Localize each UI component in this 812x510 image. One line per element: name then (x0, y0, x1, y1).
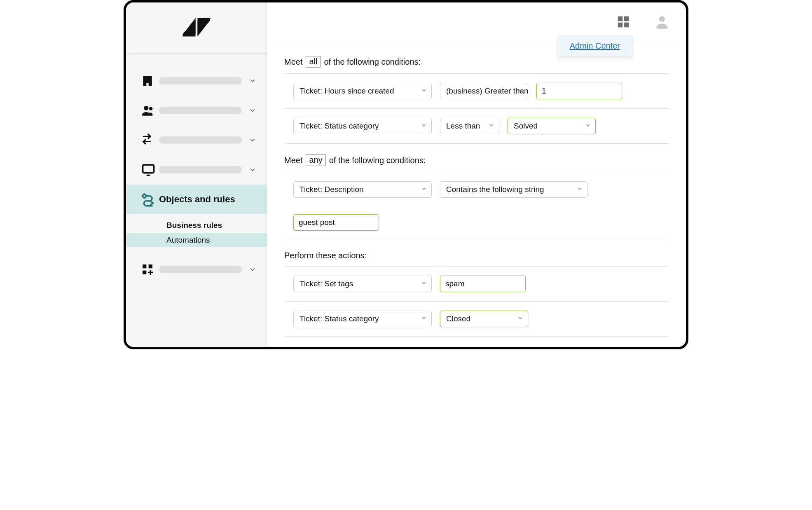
condition-field-select[interactable]: Ticket: Hours since created (293, 83, 432, 99)
action-row-0: Ticket: Set tags (284, 267, 669, 302)
svg-point-0 (144, 106, 148, 110)
svg-rect-9 (624, 16, 629, 21)
meet-all-suffix: of the following conditions: (324, 57, 421, 67)
zendesk-logo-icon (182, 16, 211, 40)
sidebar: Objects and rules Business rules Automat… (126, 2, 267, 347)
subnav-group-business-rules[interactable]: Business rules (126, 218, 267, 233)
monitor-icon (141, 162, 159, 177)
people-icon (141, 103, 159, 117)
meet-any-suffix: of the following conditions: (329, 156, 426, 165)
sidebar-item-1[interactable] (126, 66, 267, 96)
actions-header: Perform these actions: (284, 251, 669, 260)
user-profile-icon[interactable] (653, 13, 671, 31)
action-field-select[interactable]: Ticket: Status category (293, 311, 432, 327)
action-value-select[interactable]: Closed (440, 311, 528, 327)
footer: Create automation (284, 337, 669, 347)
svg-point-3 (147, 174, 150, 176)
sidebar-placeholder (159, 107, 242, 114)
sidebar-placeholder (159, 77, 242, 84)
condition-value-select[interactable]: Solved (508, 118, 596, 134)
sidebar-item-objects-and-rules[interactable]: Objects and rules (126, 185, 267, 214)
meet-all-prefix: Meet (284, 57, 302, 67)
condition-field-select[interactable]: Ticket: Status category (293, 118, 432, 134)
action-field-select[interactable]: Ticket: Set tags (293, 276, 432, 292)
meet-all-header: Meet all of the following conditions: (284, 56, 669, 68)
select-value: Closed (446, 314, 470, 323)
condition-operator-select[interactable]: Less than (440, 118, 499, 134)
building-icon (141, 74, 159, 87)
chevron-down-icon (421, 279, 427, 288)
chevron-down-icon (421, 122, 427, 131)
svg-rect-8 (618, 16, 623, 21)
sidebar-item-3[interactable] (126, 125, 267, 155)
action-value-input[interactable] (440, 276, 526, 292)
content: Meet all of the following conditions: Ti… (267, 41, 686, 347)
svg-rect-10 (618, 22, 623, 27)
meet-any-prefix: Meet (284, 156, 302, 165)
meet-all-badge: all (306, 56, 321, 68)
subnav-item-automations[interactable]: Automations (126, 233, 267, 247)
chevron-down-icon (517, 87, 524, 96)
sidebar-item-label: Objects and rules (159, 194, 257, 205)
sidebar-item-2[interactable] (126, 96, 267, 125)
svg-rect-5 (143, 264, 146, 268)
condition-value-input[interactable] (536, 83, 622, 99)
sidebar-placeholder (159, 266, 242, 273)
chevron-down-icon (248, 264, 257, 274)
chevron-down-icon (248, 76, 257, 86)
sidebar-nav: Objects and rules Business rules Automat… (126, 54, 267, 284)
logo-area (126, 2, 267, 54)
chevron-down-icon (421, 185, 427, 194)
meet-any-badge: any (306, 154, 325, 166)
select-value: Less than (446, 122, 480, 131)
chevron-down-icon (585, 122, 591, 131)
sidebar-subnav: Business rules Automations (126, 214, 267, 255)
condition-operator-select[interactable]: (business) Greater than (440, 83, 528, 99)
chevron-down-icon (248, 135, 257, 145)
main: Admin Center Meet all of the following c… (267, 2, 686, 347)
apps-add-icon (141, 263, 159, 276)
sidebar-placeholder (159, 136, 242, 144)
sidebar-item-6[interactable] (126, 255, 267, 284)
arrows-horizontal-icon (141, 133, 159, 147)
condition-value-input[interactable] (293, 214, 379, 231)
svg-point-12 (659, 16, 665, 22)
svg-rect-6 (149, 264, 152, 268)
svg-rect-11 (624, 22, 629, 27)
chevron-down-icon (421, 87, 427, 96)
svg-rect-7 (143, 271, 146, 274)
actions-label: Perform these actions: (284, 251, 367, 260)
sidebar-placeholder (159, 166, 242, 173)
condition-operator-select[interactable]: Contains the following string (440, 181, 587, 198)
chevron-down-icon (421, 314, 427, 323)
select-value: Ticket: Status category (300, 314, 379, 323)
apps-grid-icon[interactable] (614, 13, 632, 31)
chevron-down-icon (576, 185, 583, 194)
sidebar-item-4[interactable] (126, 155, 267, 185)
select-value: Ticket: Status category (300, 122, 379, 131)
condition-any-row-0: Ticket: Description Contains the followi… (284, 172, 669, 240)
condition-all-row-0: Ticket: Hours since created (business) G… (284, 74, 669, 109)
app-frame: Objects and rules Business rules Automat… (124, 0, 688, 349)
svg-point-1 (149, 107, 153, 111)
workflow-icon (141, 192, 159, 207)
select-value: (business) Greater than (446, 87, 529, 96)
admin-center-chip[interactable]: Admin Center (557, 35, 632, 56)
action-row-1: Ticket: Status category Closed (284, 302, 669, 337)
select-value: Contains the following string (446, 185, 544, 194)
select-value: Ticket: Description (300, 185, 364, 194)
chevron-down-icon (248, 165, 257, 175)
svg-rect-2 (143, 165, 154, 173)
chevron-down-icon (488, 122, 495, 131)
select-value: Solved (514, 122, 538, 131)
condition-field-select[interactable]: Ticket: Description (293, 181, 432, 198)
select-value: Ticket: Set tags (300, 279, 353, 288)
select-value: Ticket: Hours since created (300, 87, 394, 96)
admin-center-label: Admin Center (570, 41, 620, 50)
chevron-down-icon (248, 105, 257, 115)
chevron-down-icon (517, 314, 524, 323)
meet-any-header: Meet any of the following conditions: (284, 154, 669, 166)
condition-all-row-1: Ticket: Status category Less than Solved (284, 109, 669, 144)
